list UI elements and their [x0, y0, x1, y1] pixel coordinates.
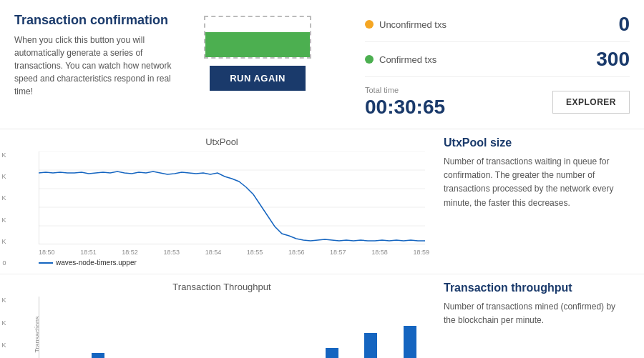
bar-group-6 — [273, 297, 313, 358]
utxpool-description-panel: UtxPool size Number of transactions wait… — [444, 136, 630, 267]
y-label-0: 0 — [0, 259, 6, 267]
bar-group-1 — [79, 297, 118, 358]
throughput-chart-panel: Transaction Throughput 15 K 10 K 5 K 0 T… — [14, 282, 429, 358]
throughput-chart-wrapper: 15 K 10 K 5 K 0 Transactions — [14, 297, 429, 358]
total-time-label: Total time — [365, 86, 445, 94]
throughput-section: Transaction Throughput 15 K 10 K 5 K 0 T… — [0, 274, 644, 358]
progress-container — [204, 16, 311, 59]
bar-8 — [364, 333, 377, 358]
utxpool-section: UtxPool 13 K 10 K 8 K 5 K 3 K 0 — [0, 129, 644, 274]
utxpool-chart-title: UtxPool — [14, 136, 429, 147]
utxpool-chart-wrapper: 13 K 10 K 8 K 5 K 3 K 0 1 — [14, 151, 429, 267]
bar-group-0 — [39, 297, 79, 358]
throughput-y-axis: 15 K 10 K 5 K 0 — [0, 297, 6, 358]
bar-1 — [92, 353, 104, 358]
utxpool-svg — [39, 151, 425, 244]
top-section: Transaction confirmation When you click … — [0, 0, 644, 129]
confirmed-label: Confirmed txs — [379, 54, 436, 65]
legend-line-icon — [39, 262, 53, 264]
y-label-3k: 3 K — [0, 238, 6, 245]
throughput-bar-area — [39, 297, 429, 358]
utxpool-legend-label: waves-node-timers.upper — [56, 259, 137, 267]
throughput-description-panel: Transaction throughput Number of transac… — [444, 282, 630, 358]
y-label-8k: 8 K — [0, 194, 6, 202]
y-label-5k: 5 K — [0, 217, 6, 224]
utxpool-y-axis: 13 K 10 K 8 K 5 K 3 K 0 — [0, 151, 6, 267]
page-description: When you click this button you will auto… — [14, 34, 172, 98]
middle-panel: RUN AGAIN — [186, 16, 329, 91]
bar-group-2 — [117, 297, 157, 358]
unconfirmed-dot — [365, 20, 374, 29]
throughput-chart-container: Transactions — [39, 297, 429, 358]
throughput-desc-title: Transaction throughput — [444, 282, 630, 294]
utxpool-chart-panel: UtxPool 13 K 10 K 8 K 5 K 3 K 0 — [14, 136, 429, 267]
confirmed-row: Confirmed txs 300 — [365, 48, 630, 77]
page-title: Transaction confirmation — [14, 13, 172, 28]
unconfirmed-label: Unconfirmed txs — [379, 19, 447, 30]
bar-group-8 — [351, 297, 391, 358]
unconfirmed-value: 0 — [618, 13, 630, 36]
confirmed-value: 300 — [596, 48, 630, 71]
right-panel: Unconfirmed txs 0 Confirmed txs 300 Tota… — [343, 13, 630, 119]
throughput-desc-text: Number of transactions mined (confirmed)… — [444, 300, 630, 327]
total-time-row: Total time 00:30:65 EXPLORER — [365, 86, 630, 119]
total-time-value: 00:30:65 — [365, 96, 445, 119]
bar-group-7 — [313, 297, 352, 358]
throughput-chart-title: Transaction Throughput — [14, 282, 429, 292]
total-time-block: Total time 00:30:65 — [365, 86, 445, 119]
utxpool-desc-title: UtxPool size — [444, 136, 630, 149]
utxpool-desc-text: Number of transactions waiting in queue … — [444, 155, 630, 210]
bar-7 — [326, 348, 338, 358]
confirmed-label-row: Confirmed txs — [365, 54, 436, 65]
bar-group-4 — [195, 297, 235, 358]
left-panel: Transaction confirmation When you click … — [14, 13, 172, 98]
y-label-10k: 10 K — [0, 173, 6, 180]
bar-group-3 — [157, 297, 196, 358]
progress-bar — [205, 32, 310, 57]
utxpool-legend: waves-node-timers.upper — [39, 259, 429, 267]
run-again-button[interactable]: RUN AGAIN — [210, 66, 306, 91]
explorer-button[interactable]: EXPLORER — [552, 91, 630, 114]
utxpool-x-axis: 18:50 18:51 18:52 18:53 18:54 18:55 18:5… — [39, 249, 429, 256]
y-label-13k: 13 K — [0, 151, 6, 159]
unconfirmed-row: Unconfirmed txs 0 — [365, 13, 630, 42]
confirmed-dot — [365, 55, 374, 64]
bar-9 — [404, 326, 416, 358]
bar-group-9 — [391, 297, 430, 358]
bar-group-5 — [235, 297, 274, 358]
unconfirmed-label-row: Unconfirmed txs — [365, 19, 447, 30]
